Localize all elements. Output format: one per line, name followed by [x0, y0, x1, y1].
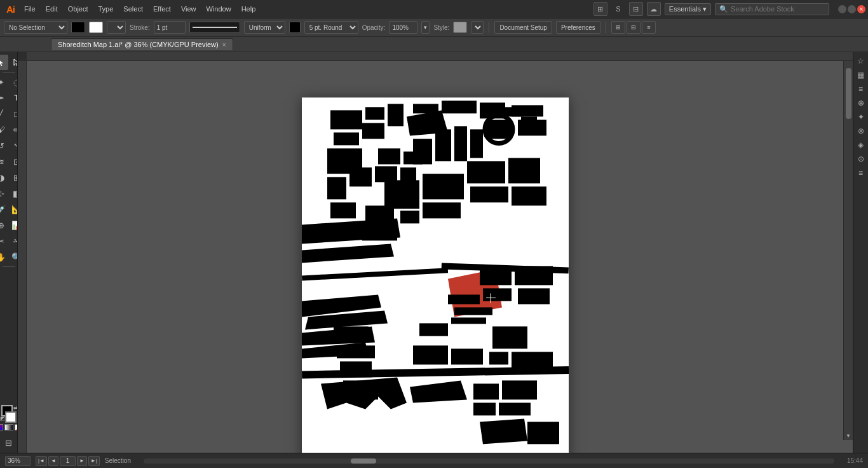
brush-select[interactable]: 5 pt. Round [304, 21, 358, 34]
sync-icon[interactable]: S [611, 2, 625, 16]
align-icon-2[interactable]: ⊟ [627, 21, 641, 34]
stroke-style-preview[interactable] [189, 22, 240, 33]
svg-marker-59 [321, 377, 407, 409]
swap-fill-stroke-button[interactable]: ⇄ [13, 405, 18, 411]
search-input[interactable] [731, 5, 825, 13]
lasso-tool-button[interactable]: ◌ [9, 74, 18, 90]
right-panel-btn-6[interactable]: ⊗ [855, 125, 867, 137]
horizontal-scrollbar-thumb[interactable] [351, 458, 376, 464]
status-bar: |◄ ◄ ► ►| Selection 15:44 [0, 453, 868, 468]
stroke-swatch[interactable] [5, 411, 17, 423]
preferences-button[interactable]: Preferences [556, 21, 600, 34]
perspective-tool-button[interactable]: ⊞ [9, 170, 18, 185]
hand-tool-button[interactable]: ✋ [0, 249, 8, 265]
align-icon-1[interactable]: ⊞ [611, 21, 625, 34]
right-panel-btn-4[interactable]: ⊕ [855, 97, 867, 109]
right-panel-btn-1[interactable]: ☆ [855, 55, 867, 67]
menu-window[interactable]: Window [202, 3, 236, 15]
document-tab[interactable]: Shoreditch Map 1.ai* @ 36% (CMYK/GPU Pre… [51, 38, 233, 50]
right-panel-btn-9[interactable]: ≡ [855, 167, 867, 179]
maximize-button[interactable]: □ [848, 5, 856, 13]
right-panel-btn-7[interactable]: ◈ [855, 139, 867, 151]
style-select[interactable]: ▾ [471, 21, 484, 34]
close-button[interactable]: × [857, 5, 865, 13]
warp-tool-button[interactable]: ≋ [0, 154, 8, 169]
stroke-color-swatch[interactable] [89, 22, 103, 33]
minimize-button[interactable]: − [838, 5, 846, 13]
paintbrush-tool-button[interactable]: 🖌 [0, 122, 8, 137]
gradient-button[interactable] [4, 424, 13, 430]
pencil-tool-button[interactable]: ✏ [9, 122, 18, 137]
fit-artboard-button[interactable]: ⊟ [1, 435, 17, 450]
scale-tool-button[interactable]: ⤡ [9, 138, 18, 153]
svg-rect-43 [454, 307, 492, 315]
slice-tool-button[interactable]: ✂ [0, 233, 8, 249]
zoom-input[interactable] [5, 456, 31, 466]
rotate-tool-button[interactable]: ↺ [0, 138, 8, 153]
svg-rect-30 [423, 174, 464, 199]
essentials-button[interactable]: Essentials ▾ [665, 3, 711, 15]
scroll-down-button[interactable]: ▼ [844, 432, 853, 440]
right-panel-btn-8[interactable]: ⊙ [855, 153, 867, 165]
type-tool-button[interactable]: T [9, 90, 18, 106]
right-panel-btn-3[interactable]: ≡ [855, 83, 867, 95]
style-swatch[interactable] [453, 22, 467, 33]
opacity-dropdown-btn[interactable]: ▾ [421, 21, 430, 34]
selection-tool-button[interactable] [0, 55, 8, 70]
rect-tool-button[interactable]: □ [9, 106, 18, 121]
next-page-button[interactable]: ► [77, 456, 87, 466]
svg-rect-50 [334, 326, 369, 342]
align-menu-btn[interactable]: ≡ [642, 21, 656, 34]
magic-wand-tool-button[interactable]: ✦ [0, 74, 8, 90]
solid-color-button[interactable] [0, 424, 3, 430]
canvas-area[interactable]: ▲ ▼ [18, 52, 853, 453]
gradient-tool-button[interactable]: ◧ [9, 186, 18, 201]
direct-selection-tool-button[interactable] [9, 55, 18, 70]
chart-tool-button[interactable]: 📊 [9, 217, 18, 233]
default-colors-button[interactable]: ◩ [0, 416, 5, 422]
opacity-input[interactable] [389, 21, 417, 34]
fill-color-swatch[interactable] [71, 22, 85, 33]
pen-tool-button[interactable]: ✒ [0, 90, 8, 106]
right-panel-btn-5[interactable]: ✦ [855, 111, 867, 123]
svg-rect-62 [502, 380, 537, 399]
zoom-tool-button[interactable]: 🔍 [9, 249, 18, 265]
shape-builder-button[interactable]: ◑ [0, 170, 8, 185]
control-bar: No Selection ▲▼ Stroke: Uniform 5 pt. Ro… [0, 18, 868, 37]
stroke-value-input[interactable] [154, 21, 186, 34]
menu-help[interactable]: Help [237, 3, 261, 15]
search-box[interactable]: 🔍 [715, 3, 829, 15]
selection-dropdown[interactable]: No Selection [4, 21, 67, 34]
blend-tool-button[interactable]: ⊕ [0, 217, 8, 233]
cloud-icon[interactable]: ☁ [647, 2, 661, 16]
measure-tool-button[interactable]: 📐 [9, 202, 18, 217]
line-tool-button[interactable]: ╱ [0, 106, 8, 121]
menu-view[interactable]: View [177, 3, 201, 15]
right-panel-btn-2[interactable]: ▦ [855, 69, 867, 81]
menu-object[interactable]: Object [64, 3, 93, 15]
workspace-icon[interactable]: ⊟ [629, 2, 643, 16]
scrollbar-track-vertical[interactable] [844, 60, 853, 432]
stroke-type-select[interactable]: Uniform [244, 21, 285, 34]
scrollbar-thumb-vertical[interactable] [846, 68, 851, 119]
brush-swatch[interactable] [289, 22, 301, 33]
canvas-scrollbar-vertical[interactable]: ▲ ▼ [843, 52, 853, 440]
menu-file[interactable]: File [20, 3, 40, 15]
mesh-tool-button[interactable]: ⊹ [0, 186, 8, 201]
menu-select[interactable]: Select [119, 3, 147, 15]
stroke-weight-select[interactable]: ▲▼ [107, 21, 126, 34]
arrange-windows-icon[interactable]: ⊞ [593, 2, 607, 16]
menu-effect[interactable]: Effect [149, 3, 175, 15]
document-setup-button[interactable]: Document Setup [494, 21, 552, 34]
page-input[interactable] [60, 456, 76, 466]
last-page-button[interactable]: ►| [88, 456, 100, 466]
scissors-tool-button[interactable]: ✁ [9, 233, 18, 249]
prev-page-button[interactable]: ◄ [48, 456, 58, 466]
menu-type[interactable]: Type [94, 3, 118, 15]
free-transform-button[interactable]: ⊡ [9, 154, 18, 169]
menu-edit[interactable]: Edit [41, 3, 62, 15]
tab-close-button[interactable]: × [222, 41, 226, 48]
eyedropper-tool-button[interactable]: 💉 [0, 202, 8, 217]
first-page-button[interactable]: |◄ [36, 456, 47, 466]
horizontal-scrollbar-track[interactable] [144, 458, 834, 464]
